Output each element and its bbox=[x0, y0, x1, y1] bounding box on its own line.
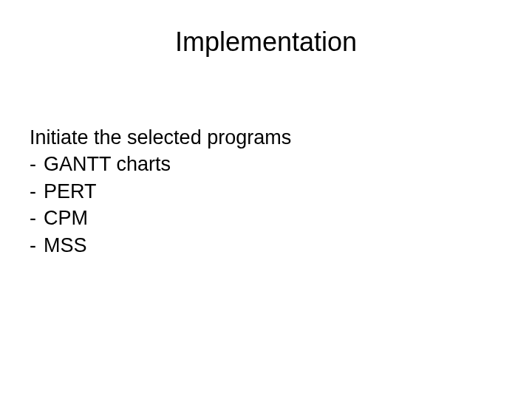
slide: Implementation Initiate the selected pro… bbox=[0, 0, 532, 399]
bullet-dash: - bbox=[30, 205, 36, 231]
list-item: - MSS bbox=[30, 232, 502, 259]
slide-title: Implementation bbox=[103, 27, 429, 58]
bullet-dash: - bbox=[30, 178, 36, 205]
list-item: - CPM bbox=[30, 205, 502, 231]
slide-body: Initiate the selected programs - GANTT c… bbox=[30, 124, 502, 259]
bullet-dash: - bbox=[30, 151, 36, 177]
list-item: - GANTT charts bbox=[30, 151, 502, 177]
bullet-text: MSS bbox=[44, 232, 87, 259]
bullet-text: PERT bbox=[44, 178, 97, 205]
bullet-text: CPM bbox=[44, 205, 88, 231]
bullet-dash: - bbox=[30, 232, 36, 259]
bullet-text: GANTT charts bbox=[44, 151, 171, 177]
intro-line: Initiate the selected programs bbox=[30, 124, 502, 151]
list-item: - PERT bbox=[30, 178, 502, 205]
